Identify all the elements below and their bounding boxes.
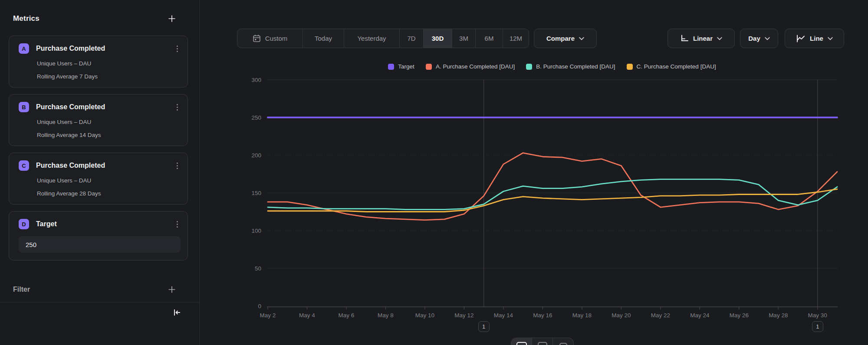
metric-badge-b: B bbox=[19, 102, 29, 112]
kebab-menu-icon[interactable] bbox=[174, 45, 181, 53]
metric-title: Purchase Completed bbox=[36, 162, 174, 169]
add-metric-button[interactable] bbox=[166, 13, 178, 24]
sidebar-header: Metrics bbox=[0, 0, 199, 24]
metric-card-c[interactable]: C Purchase Completed Unique Users – DAU … bbox=[9, 153, 188, 205]
svg-text:May 22: May 22 bbox=[651, 312, 670, 319]
kebab-menu-icon[interactable] bbox=[174, 103, 181, 111]
kebab-menu-icon[interactable] bbox=[174, 220, 181, 228]
svg-text:May 2: May 2 bbox=[260, 312, 276, 319]
annotation-badge[interactable]: 1 bbox=[478, 321, 490, 332]
metric-rolling-row: Rolling Average 7 Days bbox=[19, 73, 181, 80]
chart-height-option-small[interactable] bbox=[552, 338, 573, 345]
metric-measure-row: Unique Users – DAU bbox=[19, 60, 181, 67]
metrics-dashboard: Metrics A Purchase Completed Unique User… bbox=[0, 0, 868, 345]
svg-text:250: 250 bbox=[251, 114, 261, 121]
metrics-sidebar: Metrics A Purchase Completed Unique User… bbox=[0, 0, 200, 345]
svg-text:May 28: May 28 bbox=[769, 312, 788, 319]
metric-badge-a: A bbox=[19, 43, 29, 54]
chart-height-option-medium[interactable] bbox=[532, 338, 552, 345]
target-card[interactable]: D Target bbox=[9, 211, 188, 260]
svg-text:May 12: May 12 bbox=[454, 312, 473, 319]
svg-text:200: 200 bbox=[251, 152, 261, 159]
collapse-sidebar-button[interactable] bbox=[172, 309, 182, 318]
panel-small-icon bbox=[559, 343, 567, 345]
metric-badge-c: C bbox=[19, 160, 29, 171]
plus-icon bbox=[168, 15, 176, 23]
metric-title: Purchase Completed bbox=[36, 103, 174, 111]
collapse-left-icon bbox=[172, 309, 182, 316]
svg-text:300: 300 bbox=[251, 77, 261, 83]
chart-height-option-large[interactable] bbox=[511, 338, 532, 345]
target-title: Target bbox=[36, 220, 174, 228]
svg-text:May 18: May 18 bbox=[572, 312, 592, 319]
svg-text:May 20: May 20 bbox=[612, 312, 631, 319]
panel-large-icon bbox=[516, 342, 527, 345]
metric-rolling-row: Rolling Average 14 Days bbox=[19, 132, 181, 138]
svg-text:May 30: May 30 bbox=[808, 312, 827, 319]
metric-card-a[interactable]: A Purchase Completed Unique Users – DAU … bbox=[9, 36, 188, 88]
metric-measure-row: Unique Users – DAU bbox=[19, 119, 181, 125]
svg-text:100: 100 bbox=[251, 228, 261, 234]
target-value-input[interactable] bbox=[19, 236, 181, 253]
annotation-badge[interactable]: 1 bbox=[812, 321, 823, 332]
add-filter-button[interactable] bbox=[166, 284, 178, 295]
svg-text:0: 0 bbox=[258, 303, 261, 309]
filter-section-header: Filter bbox=[0, 260, 199, 295]
svg-text:May 26: May 26 bbox=[730, 312, 749, 319]
svg-text:May 24: May 24 bbox=[690, 312, 710, 319]
panel-medium-icon bbox=[538, 342, 547, 345]
svg-text:May 14: May 14 bbox=[494, 312, 513, 319]
svg-text:May 4: May 4 bbox=[299, 312, 315, 319]
svg-text:May 10: May 10 bbox=[415, 312, 434, 319]
svg-text:May 6: May 6 bbox=[339, 312, 355, 319]
metric-measure-row: Unique Users – DAU bbox=[19, 177, 181, 184]
svg-text:150: 150 bbox=[251, 190, 261, 196]
svg-text:May 8: May 8 bbox=[378, 312, 394, 319]
chart-height-toggle bbox=[511, 338, 574, 345]
metric-badge-d: D bbox=[19, 219, 29, 229]
svg-text:May 16: May 16 bbox=[533, 312, 552, 319]
metric-rolling-row: Rolling Average 28 Days bbox=[19, 190, 181, 197]
line-chart[interactable]: 050100150200250300May 2May 4May 6May 8Ma… bbox=[200, 0, 868, 345]
svg-text:50: 50 bbox=[255, 265, 261, 272]
filter-title: Filter bbox=[13, 286, 30, 293]
plus-icon bbox=[168, 286, 176, 293]
sidebar-title: Metrics bbox=[13, 14, 39, 23]
metric-card-b[interactable]: B Purchase Completed Unique Users – DAU … bbox=[9, 94, 188, 146]
kebab-menu-icon[interactable] bbox=[174, 162, 181, 170]
metric-title: Purchase Completed bbox=[36, 45, 174, 52]
metric-card-list: A Purchase Completed Unique Users – DAU … bbox=[0, 24, 199, 260]
